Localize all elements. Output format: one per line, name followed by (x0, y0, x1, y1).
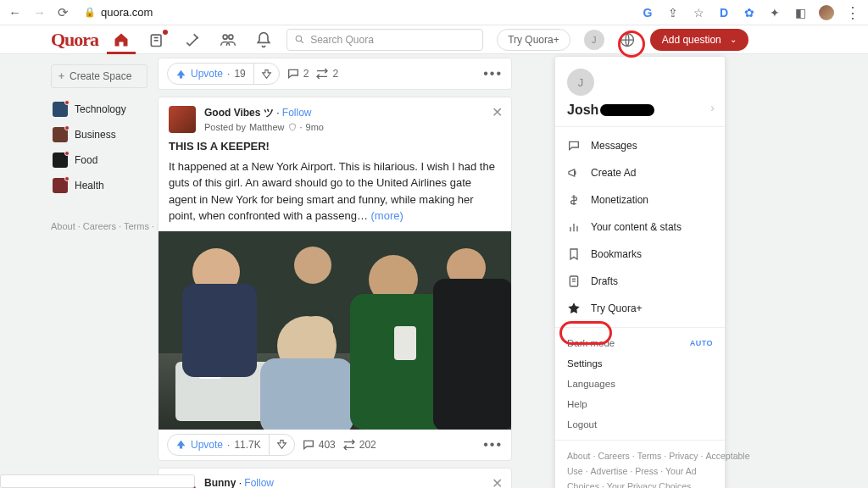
menu-item-dark-mode[interactable]: Dark modeAUTO (555, 333, 725, 353)
footer-link[interactable]: Careers (83, 221, 116, 231)
follow-link[interactable]: Follow (282, 107, 312, 119)
following-tab[interactable] (147, 25, 166, 54)
menu-item-label: Dark mode (567, 338, 615, 348)
add-question-button[interactable]: Add question ⌄ (650, 29, 748, 51)
plus-icon: + (58, 70, 64, 82)
follow-link[interactable]: Follow (244, 477, 274, 489)
shares-button[interactable]: 202 (342, 438, 376, 452)
shares-button[interactable]: 2 (315, 67, 338, 80)
answer-tab[interactable] (183, 25, 202, 54)
menu-item-languages[interactable]: Languages (555, 374, 725, 394)
notifications-tab[interactable] (254, 25, 273, 54)
sidebar-space-item[interactable]: Food (51, 147, 147, 173)
dismiss-post-button[interactable]: ✕ (492, 475, 503, 489)
menu-item-logout[interactable]: Logout (555, 414, 725, 435)
post-body-text: It happened at a New York Airport. This … (169, 160, 495, 223)
footer-link[interactable]: Privacy (669, 451, 698, 461)
dismiss-post-button[interactable]: ✕ (492, 104, 503, 120)
menu-item-label: Settings (567, 358, 603, 369)
try-quora-plus-button[interactable]: Try Quora+ (497, 29, 570, 51)
menu-item-try-quora-[interactable]: Try Quora+ (555, 295, 725, 322)
spaces-tab[interactable] (219, 25, 237, 54)
back-button[interactable]: ← (8, 5, 21, 19)
menu-item-monetization[interactable]: Monetization (555, 186, 725, 214)
sidebar-item-label: Health (75, 180, 104, 191)
menu-item-drafts[interactable]: Drafts (555, 268, 725, 295)
create-space-button[interactable]: + Create Space (51, 64, 147, 88)
menu-item-create-ad[interactable]: Create Ad (555, 159, 725, 186)
browser-chrome: ← → ⟳ 🔒 quora.com G ⇪ ☆ D ✿ ✦ ◧ ⋮ (0, 0, 868, 25)
forward-button[interactable]: → (33, 5, 46, 19)
author-name[interactable]: Bunny (204, 477, 236, 489)
footer-link[interactable]: Your Privacy Choices (607, 481, 691, 488)
menu-footer-links: About·Careers·Terms·Privacy·Acceptable U… (555, 440, 725, 488)
footer-link[interactable]: Careers (598, 451, 629, 461)
svg-point-4 (229, 35, 233, 39)
post-title: THIS IS A KEEPER! (169, 138, 501, 155)
downvote-button[interactable] (270, 435, 294, 455)
reload-button[interactable]: ⟳ (58, 5, 69, 20)
quora-logo[interactable]: Quora (51, 29, 98, 51)
menu-profile-link[interactable]: J Josh › (555, 57, 725, 127)
menu-item-label: Logout (567, 419, 597, 430)
more-link[interactable]: (more) (371, 209, 403, 222)
space-icon (53, 178, 68, 193)
extensions-icon[interactable]: ✦ (768, 6, 782, 19)
footer-link[interactable]: About (51, 221, 75, 231)
menu-item-label: Create Ad (591, 167, 636, 179)
menu-item-settings[interactable]: Settings (555, 353, 725, 374)
redaction-scribble (600, 104, 654, 116)
post-image[interactable] (159, 231, 511, 430)
status-bar-stub (0, 474, 195, 488)
menu-username: Josh (567, 103, 598, 118)
sidebar-space-item[interactable]: Business (51, 122, 147, 147)
url-host: quora.com (101, 6, 153, 19)
browser-menu-icon[interactable]: ⋮ (846, 6, 860, 19)
menu-item-help[interactable]: Help (555, 394, 725, 414)
extension-d-icon[interactable]: D (717, 6, 731, 19)
sidebar-item-label: Business (75, 129, 116, 141)
auto-badge: AUTO (690, 339, 713, 347)
address-bar[interactable]: 🔒 quora.com (84, 6, 153, 19)
search-placeholder: Search Quora (310, 34, 374, 46)
google-icon[interactable]: G (641, 6, 654, 19)
more-button[interactable]: ••• (483, 66, 503, 81)
menu-item-label: Messages (591, 140, 637, 152)
user-menu-dropdown: J Josh › MessagesCreate AdMonetizationYo… (554, 56, 726, 488)
space-name[interactable]: Good Vibes ツ (204, 107, 274, 119)
comments-button[interactable]: 403 (302, 438, 336, 452)
share-icon[interactable]: ⇪ (666, 6, 680, 19)
user-avatar-button[interactable]: J (584, 30, 604, 50)
footer-link[interactable]: Press (635, 466, 658, 476)
space-icon (53, 102, 68, 117)
star-icon[interactable]: ☆ (692, 6, 705, 19)
search-input[interactable]: Search Quora (287, 29, 483, 51)
space-avatar[interactable] (169, 106, 196, 133)
more-button[interactable]: ••• (483, 437, 503, 452)
comments-button[interactable]: 2 (287, 67, 309, 80)
sidebar-item-label: Technology (75, 103, 126, 115)
sidebar-space-item[interactable]: Health (51, 173, 147, 198)
footer-link[interactable]: Terms (124, 221, 149, 231)
profile-avatar-icon[interactable] (819, 5, 834, 20)
menu-item-messages[interactable]: Messages (555, 132, 725, 159)
feed-post: Good Vibes ツ · Follow Posted by Matthew … (158, 97, 512, 461)
upvote-pill[interactable]: Upvote·11.7K (167, 434, 295, 456)
upvote-pill[interactable]: Upvote·19 (167, 63, 280, 85)
shield-icon (288, 123, 297, 131)
chevron-down-icon: ⌄ (730, 35, 737, 44)
downvote-button[interactable] (254, 64, 279, 84)
home-tab[interactable] (112, 25, 131, 54)
feed-post: Bunny · Follow May 18 ✕ adopt, don't sho… (158, 468, 512, 489)
extension-gear-icon[interactable]: ✿ (743, 6, 756, 19)
footer-link[interactable]: Advertise (591, 466, 628, 476)
menu-item-your-content-stats[interactable]: Your content & stats (555, 214, 725, 241)
extension-pin-icon[interactable]: ◧ (793, 6, 807, 19)
author-link[interactable]: Matthew (249, 122, 285, 132)
language-button[interactable] (618, 30, 637, 49)
footer-link[interactable]: Terms (637, 451, 662, 461)
menu-avatar: J (567, 69, 594, 96)
menu-item-bookmarks[interactable]: Bookmarks (555, 241, 725, 268)
sidebar-space-item[interactable]: Technology (51, 97, 147, 122)
footer-link[interactable]: About (567, 451, 590, 461)
